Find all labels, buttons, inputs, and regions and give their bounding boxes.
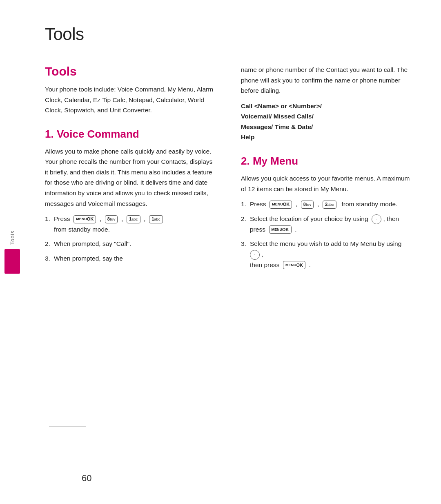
key-8tuv-2: 8tuv (301, 201, 314, 209)
nav-circle-2: ∙ (250, 250, 260, 260)
key-menu-ok-1: MENUOK (74, 215, 96, 223)
my-menu-desc: Allows you quick access to your favorite… (241, 173, 412, 194)
main-content: Tools Tools Your phone tools include: Vo… (24, 0, 441, 504)
page-container: Tools Tools Tools Your phone tools inclu… (0, 0, 441, 504)
voice-command-title: 1. Voice Command (45, 128, 216, 140)
divider-line (49, 426, 86, 427)
my-menu-step-3: 3. Select the menu you wish to add to My… (241, 239, 412, 270)
voice-command-desc: Allows you to make phone calls quickly a… (45, 146, 216, 209)
tools-intro: Your phone tools include: Voice Command,… (45, 84, 216, 116)
nav-circle-1: ∙ (372, 214, 381, 224)
sidebar: Tools (0, 0, 24, 504)
my-menu-title: 2. My Menu (241, 155, 412, 167)
step-1: 1. Press MENUOK , 8tuv , 1abc , 1abc fro… (45, 214, 216, 234)
key-menu-ok-3: MENUOK (269, 225, 292, 234)
left-column: Tools Your phone tools include: Voice Co… (45, 65, 216, 479)
continuation-text: name or phone number of the Contact you … (241, 65, 412, 96)
step-2-content: When prompted, say "Call". (54, 239, 216, 249)
page-number: 60 (82, 473, 91, 484)
key-1abc-2: 1abc (149, 215, 163, 223)
step-1-num: 1. (45, 214, 52, 224)
my-menu-step-3-num: 3. (241, 239, 248, 249)
step-2: 2. When prompted, say "Call". (45, 239, 216, 249)
my-menu-step-1: 1. Press MENUOK , 8tuv , 2abc from stand… (241, 199, 412, 210)
call-options-bold: Call <Name> or <Number>/ Voicemail/ Miss… (241, 101, 412, 143)
sidebar-bar (4, 249, 20, 274)
step-3-content: When prompted, say the (54, 253, 216, 264)
key-menu-ok-2: MENUOK (270, 201, 292, 209)
my-menu-step-2-num: 2. (241, 214, 248, 224)
my-menu-step-3-content: Select the menu you wish to add to My Me… (250, 239, 412, 270)
step-1-content: Press MENUOK , 8tuv , 1abc , 1abc from s… (54, 214, 216, 234)
step-3-num: 3. (45, 253, 52, 264)
step-2-num: 2. (45, 239, 52, 249)
key-menu-ok-4: MENUOK (283, 261, 305, 269)
my-menu-step-2-content: Select the location of your choice by us… (250, 214, 412, 234)
key-1abc-1: 1abc (127, 215, 140, 223)
my-menu-step-2: 2. Select the location of your choice by… (241, 214, 412, 234)
sidebar-label: Tools (9, 230, 16, 245)
page-title: Tools (45, 25, 416, 44)
step-3: 3. When prompted, say the (45, 253, 216, 264)
key-2abc: 2abc (323, 201, 336, 209)
right-column: name or phone number of the Contact you … (241, 65, 412, 479)
my-menu-step-1-num: 1. (241, 199, 248, 210)
key-8tuv-1: 8tuv (105, 215, 118, 223)
my-menu-step-1-content: Press MENUOK , 8tuv , 2abc from standby … (250, 199, 412, 210)
two-col-layout: Tools Your phone tools include: Voice Co… (45, 65, 416, 479)
tools-section-title: Tools (45, 65, 216, 78)
